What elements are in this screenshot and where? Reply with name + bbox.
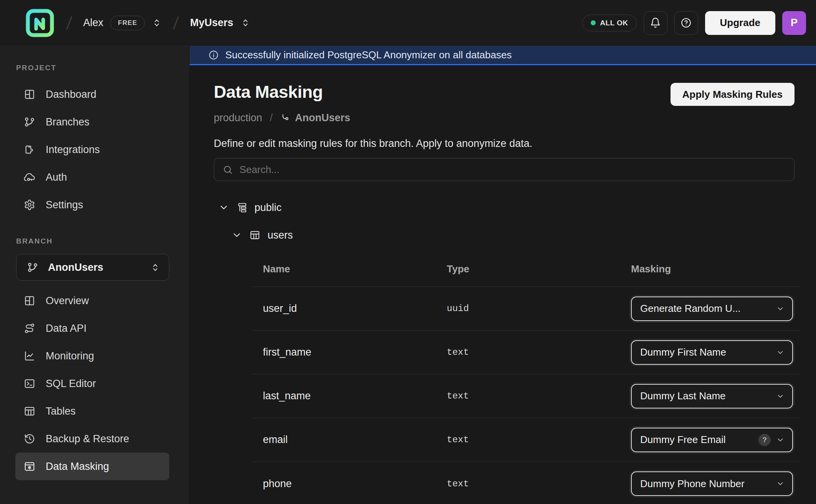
sidebar-item-label: Monitoring bbox=[46, 350, 94, 362]
search-input[interactable] bbox=[240, 164, 786, 176]
apply-masking-rules-button[interactable]: Apply Masking Rules bbox=[671, 83, 795, 106]
data-api-icon bbox=[24, 323, 35, 334]
masking-rule-select[interactable]: Dummy Last Name bbox=[631, 384, 793, 408]
tree-node-schema[interactable]: public bbox=[218, 196, 795, 219]
top-bar: / Alex FREE / MyUsers ALL OK bbox=[0, 0, 816, 46]
sql-editor-icon bbox=[24, 378, 35, 389]
table-row: email text Dummy Free Email ? bbox=[252, 418, 801, 462]
chevron-down-icon bbox=[776, 436, 785, 444]
notification-banner: Successfully initialized PostgreSQL Anon… bbox=[190, 46, 816, 65]
app-layout: PROJECT Dashboard Branches Integrations bbox=[0, 46, 816, 504]
info-icon bbox=[208, 50, 219, 60]
notifications-button[interactable] bbox=[644, 11, 667, 35]
tables-icon bbox=[24, 405, 35, 417]
plan-badge: FREE bbox=[110, 16, 145, 30]
org-name: Alex bbox=[83, 17, 104, 29]
sidebar-item-integrations[interactable]: Integrations bbox=[15, 136, 169, 163]
help-badge[interactable]: ? bbox=[758, 434, 771, 446]
sidebar-item-backup-restore[interactable]: Backup & Restore bbox=[15, 425, 169, 453]
sidebar-item-label: Overview bbox=[46, 295, 89, 307]
sidebar-item-settings[interactable]: Settings bbox=[15, 191, 169, 219]
top-bar-actions: ALL OK Upgrade P bbox=[582, 11, 806, 35]
main-panel: Successfully initialized PostgreSQL Anon… bbox=[190, 46, 816, 504]
help-button[interactable] bbox=[674, 11, 698, 35]
sidebar-item-sql-editor[interactable]: SQL Editor bbox=[15, 370, 169, 397]
masking-rule-select[interactable]: Dummy Phone Number bbox=[631, 471, 793, 496]
search-icon bbox=[223, 165, 233, 175]
masking-rule-value: Generate Random U... bbox=[640, 303, 771, 315]
chevron-down-icon bbox=[231, 230, 242, 240]
project-switcher[interactable]: MyUsers bbox=[190, 17, 251, 29]
user-avatar[interactable]: P bbox=[782, 11, 806, 35]
sidebar-item-tables[interactable]: Tables bbox=[15, 397, 169, 425]
masking-rule-value: Dummy First Name bbox=[640, 346, 771, 358]
sidebar-item-dashboard[interactable]: Dashboard bbox=[15, 81, 169, 108]
chevron-down-icon bbox=[776, 479, 785, 488]
org-switcher[interactable]: Alex FREE bbox=[83, 16, 162, 30]
sidebar-item-label: Backup & Restore bbox=[46, 433, 129, 445]
settings-gear-icon bbox=[24, 199, 35, 211]
table-icon bbox=[249, 230, 260, 240]
chevron-down-icon bbox=[776, 392, 785, 400]
sidebar-item-branches[interactable]: Branches bbox=[15, 108, 169, 136]
chevron-down-icon bbox=[218, 202, 229, 213]
page-content: Data Masking Apply Masking Rules product… bbox=[190, 65, 816, 504]
sidebar-item-data-api[interactable]: Data API bbox=[15, 315, 169, 342]
chevron-down-icon bbox=[776, 348, 785, 357]
sidebar: PROJECT Dashboard Branches Integrations bbox=[0, 46, 190, 504]
page-description: Define or edit masking rules for this br… bbox=[214, 138, 795, 150]
breadcrumb-parent[interactable]: production bbox=[214, 112, 262, 124]
sidebar-section-project: PROJECT bbox=[16, 64, 189, 72]
monitoring-icon bbox=[24, 350, 35, 362]
sidebar-item-overview[interactable]: Overview bbox=[15, 287, 169, 315]
column-type: uuid bbox=[447, 303, 631, 314]
sidebar-item-label: Auth bbox=[46, 171, 67, 183]
overview-icon bbox=[24, 295, 35, 306]
sidebar-item-label: Tables bbox=[46, 405, 76, 417]
sidebar-item-monitoring[interactable]: Monitoring bbox=[15, 342, 169, 370]
dashboard-icon bbox=[24, 89, 35, 100]
neon-logo-icon[interactable] bbox=[25, 8, 55, 38]
data-masking-icon bbox=[24, 461, 35, 472]
schema-icon bbox=[236, 202, 247, 213]
chevrons-up-down-icon bbox=[240, 18, 251, 28]
integrations-icon bbox=[24, 144, 35, 155]
branch-selector[interactable]: AnonUsers bbox=[16, 254, 169, 281]
masking-rule-select[interactable]: Dummy Free Email ? bbox=[631, 428, 793, 452]
tree-node-table[interactable]: users bbox=[231, 224, 795, 246]
search-box bbox=[214, 158, 795, 181]
branch-selector-value: AnonUsers bbox=[48, 262, 140, 273]
breadcrumb-branch-label: AnonUsers bbox=[295, 112, 350, 124]
sidebar-item-auth[interactable]: Auth bbox=[15, 163, 169, 191]
masking-rule-value: Dummy Free Email bbox=[640, 434, 753, 446]
breadcrumb-separator: / bbox=[270, 112, 273, 124]
upgrade-button[interactable]: Upgrade bbox=[705, 11, 775, 35]
table-row: first_name text Dummy First Name bbox=[252, 331, 801, 374]
banner-message: Successfully initialized PostgreSQL Anon… bbox=[225, 49, 512, 61]
child-branch-icon bbox=[281, 113, 291, 123]
sidebar-item-label: Data Masking bbox=[46, 461, 109, 473]
title-row: Data Masking Apply Masking Rules bbox=[214, 82, 795, 106]
masking-rule-value: Dummy Last Name bbox=[640, 390, 771, 402]
help-circle-icon bbox=[681, 17, 692, 28]
breadcrumb: production / AnonUsers bbox=[214, 112, 795, 124]
masking-rule-select[interactable]: Dummy First Name bbox=[631, 340, 793, 365]
column-name: first_name bbox=[252, 346, 447, 358]
breadcrumb-branch[interactable]: AnonUsers bbox=[281, 112, 350, 124]
branch-icon bbox=[27, 262, 38, 273]
system-status-pill[interactable]: ALL OK bbox=[582, 15, 636, 31]
sidebar-item-label: SQL Editor bbox=[46, 378, 96, 390]
sidebar-item-label: Settings bbox=[46, 199, 83, 211]
column-name: email bbox=[252, 434, 447, 446]
chevrons-up-down-icon bbox=[150, 262, 160, 273]
sidebar-item-label: Integrations bbox=[46, 144, 100, 156]
table-name: users bbox=[268, 229, 293, 241]
table-row: phone text Dummy Phone Number bbox=[252, 462, 801, 504]
column-name: user_id bbox=[252, 303, 447, 315]
column-type: text bbox=[447, 391, 631, 401]
sidebar-item-data-masking[interactable]: Data Masking bbox=[15, 453, 169, 480]
sidebar-item-label: Dashboard bbox=[46, 89, 96, 100]
branches-icon bbox=[24, 116, 35, 128]
masking-rule-select[interactable]: Generate Random U... bbox=[631, 296, 793, 321]
column-name: last_name bbox=[252, 390, 447, 402]
